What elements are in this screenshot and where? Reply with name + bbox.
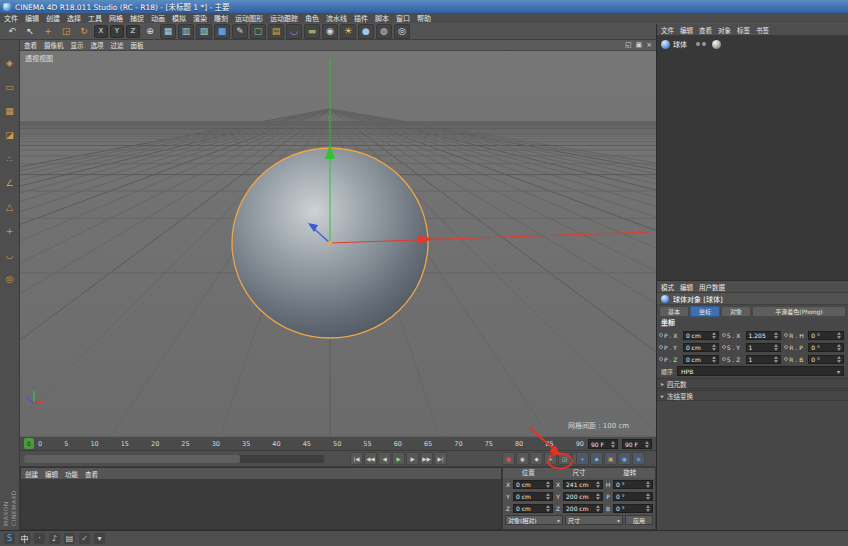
object-manager-menu-item[interactable]: 书签 <box>756 25 769 35</box>
menu-item[interactable]: 网格 <box>109 13 123 23</box>
rotation-field[interactable]: 0 ° <box>808 343 844 352</box>
menu-item[interactable]: 模拟 <box>172 13 186 23</box>
model-mode-icon[interactable]: ▭ <box>3 80 17 94</box>
y-axis-lock-button[interactable]: Y <box>110 25 124 38</box>
array-generator-icon[interactable]: ▤ <box>268 24 284 39</box>
goto-start-button[interactable]: |◀ <box>350 452 363 465</box>
size-z-field[interactable]: 200 cm <box>563 504 603 513</box>
visibility-dots[interactable] <box>696 42 706 46</box>
pos-y-field[interactable]: 0 cm <box>513 492 553 501</box>
material-menu-item[interactable]: 创建 <box>25 469 38 479</box>
rot-p-field[interactable]: 0 ° <box>613 492 653 501</box>
coord-mode-dropdown[interactable]: 对象(相对)▾ <box>505 515 563 525</box>
position-field[interactable]: 0 cm <box>683 355 719 364</box>
anim-dot[interactable] <box>659 333 663 337</box>
rotation-field[interactable]: 0 ° <box>808 355 844 364</box>
material-menu-item[interactable]: 查看 <box>85 469 98 479</box>
record-scale-toggle[interactable]: ◲ <box>558 452 571 465</box>
preview-end-field[interactable]: 90 F <box>588 439 618 449</box>
object-row-sphere[interactable]: 球体 <box>659 38 846 50</box>
make-editable-icon[interactable]: ◈ <box>3 56 17 70</box>
viewport-menu-item[interactable]: 查看 <box>24 40 37 50</box>
timeline-scrollbar[interactable] <box>24 455 324 463</box>
position-field[interactable]: 0 cm <box>683 331 719 340</box>
ime-mode-icon[interactable]: · <box>34 533 45 544</box>
viewport[interactable]: 透视视图 网格间距 : 100 cm <box>20 51 656 437</box>
attribute-menu-item[interactable]: 模式 <box>661 282 674 292</box>
size-y-field[interactable]: 200 cm <box>563 492 603 501</box>
anim-dot[interactable] <box>659 345 663 349</box>
render-settings-icon[interactable]: ▨ <box>196 24 212 39</box>
attribute-menu-item[interactable]: 用户数据 <box>699 282 725 292</box>
title-bar[interactable]: CINEMA 4D R18.011 Studio (RC - R18) - [未… <box>0 0 848 13</box>
anim-dot[interactable] <box>784 357 788 361</box>
phong-tag-icon[interactable] <box>712 40 721 49</box>
autokey-toggle[interactable]: ◉ <box>516 452 529 465</box>
viewport-solo-icon[interactable]: ◎ <box>3 272 17 286</box>
tab-basic[interactable]: 基本 <box>659 306 689 317</box>
move-tool-icon[interactable]: + <box>40 24 56 39</box>
size-x-field[interactable]: 241 cm <box>563 480 603 489</box>
viewport-menu-item[interactable]: 显示 <box>71 40 84 50</box>
render-to-picture-icon[interactable]: ▥ <box>178 24 194 39</box>
ime-brand-icon[interactable]: S <box>4 533 15 544</box>
menu-item[interactable]: 雕刻 <box>214 13 228 23</box>
position-field[interactable]: 0 cm <box>683 343 719 352</box>
edges-mode-icon[interactable]: ∠ <box>3 176 17 190</box>
material-menu-item[interactable]: 功能 <box>65 469 78 479</box>
menu-item[interactable]: 捕捉 <box>130 13 144 23</box>
bend-deformer-icon[interactable]: ◡ <box>286 24 302 39</box>
viewport-menu-item[interactable]: 面板 <box>131 40 144 50</box>
apply-button[interactable]: 应用 <box>625 515 653 525</box>
goto-end-button[interactable]: ▶| <box>434 452 447 465</box>
sky-object-icon[interactable]: ● <box>358 24 374 39</box>
viewport-menu-item[interactable]: 摄像机 <box>44 40 64 50</box>
enable-snap-icon[interactable]: ◡ <box>3 248 17 262</box>
ime-tools-icon[interactable]: ✓ <box>79 533 90 544</box>
stage-object-icon[interactable]: ◍ <box>376 24 392 39</box>
polygons-mode-icon[interactable]: △ <box>3 200 17 214</box>
pan-view-icon[interactable]: ◱ <box>625 41 632 49</box>
play-button[interactable]: ▶ <box>392 452 405 465</box>
tab-phong[interactable]: 平滑着色(Phong) <box>752 306 846 317</box>
menu-item[interactable]: 窗口 <box>396 13 410 23</box>
close-view-icon[interactable]: × <box>646 41 652 49</box>
undo-icon[interactable]: ↶ <box>4 24 20 39</box>
coord-size-dropdown[interactable]: 尺寸▾ <box>565 515 623 525</box>
toggle-views-icon[interactable]: ▣ <box>636 41 643 49</box>
menu-item[interactable]: 渲染 <box>193 13 207 23</box>
timeline-playhead[interactable]: 0 <box>24 438 34 449</box>
gizmo-center-handle[interactable] <box>328 241 333 246</box>
next-key-button[interactable]: ▶▶ <box>420 452 433 465</box>
rotate-tool-icon[interactable]: ↻ <box>76 24 92 39</box>
ime-speaker-icon[interactable]: ♪ <box>49 533 60 544</box>
x-axis-lock-button[interactable]: X <box>94 25 108 38</box>
keyframe-selection-button[interactable]: ◆ <box>530 452 543 465</box>
viewport-menu-item[interactable]: 选项 <box>91 40 104 50</box>
workplane-mode-icon[interactable]: ◪ <box>3 128 17 142</box>
z-axis-lock-button[interactable]: Z <box>126 25 140 38</box>
scale-field[interactable]: 1 <box>746 355 782 364</box>
attribute-menu-item[interactable]: 编辑 <box>680 282 693 292</box>
floor-object-icon[interactable]: ▬ <box>304 24 320 39</box>
anim-dot[interactable] <box>784 345 788 349</box>
menu-item[interactable]: 选择 <box>67 13 81 23</box>
ime-keyboard-icon[interactable]: ▤ <box>64 533 75 544</box>
selection-tool-icon[interactable]: ↖ <box>22 24 38 39</box>
record-position-toggle[interactable]: + <box>544 452 557 465</box>
menu-item[interactable]: 工具 <box>88 13 102 23</box>
menu-item[interactable]: 角色 <box>305 13 319 23</box>
menu-item[interactable]: 运动跟踪 <box>270 13 298 23</box>
add-keyframe-button[interactable]: + <box>576 452 589 465</box>
record-keyframe-button[interactable]: ● <box>502 452 515 465</box>
menu-item[interactable]: 帮助 <box>417 13 431 23</box>
key-rotation-button[interactable]: ≡ <box>632 452 645 465</box>
tab-object[interactable]: 对象 <box>721 306 751 317</box>
object-manager-menu-item[interactable]: 编辑 <box>680 25 693 35</box>
pos-z-field[interactable]: 0 cm <box>513 504 553 513</box>
project-end-field[interactable]: 90 F <box>622 439 652 449</box>
material-list[interactable] <box>21 479 501 529</box>
object-manager-menu-item[interactable]: 标签 <box>737 25 750 35</box>
keyframe-preset-button[interactable]: ◆ <box>590 452 603 465</box>
menu-item[interactable]: 动画 <box>151 13 165 23</box>
